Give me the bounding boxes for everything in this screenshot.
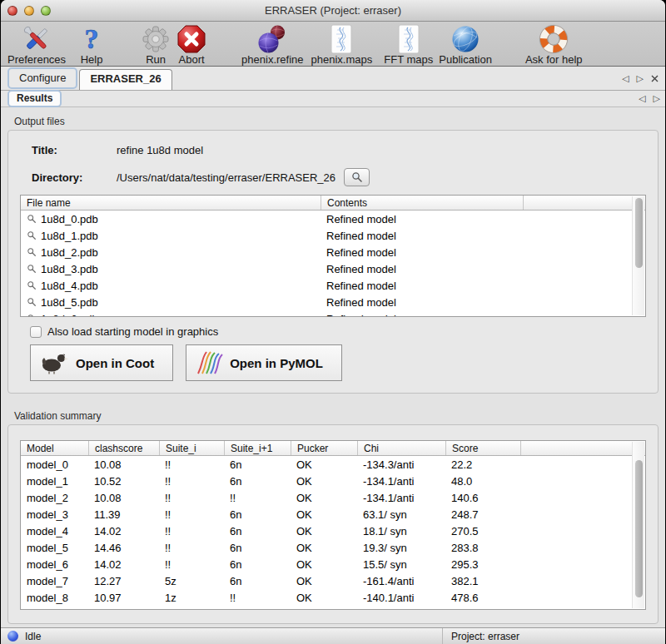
tab-scroll-right-button[interactable]: ▷	[637, 73, 644, 84]
file-name: 1u8d_2.pdb	[41, 246, 98, 259]
tab-scroll-left-button[interactable]: ◁	[622, 73, 629, 84]
publication-button[interactable]: Publication	[439, 23, 492, 65]
preferences-button[interactable]: Preferences	[7, 23, 66, 65]
tools-icon	[22, 23, 52, 54]
model-row[interactable]: model_810.971z!!OK-140.1/anti478.6	[21, 589, 645, 606]
magnifier-icon	[27, 214, 37, 224]
tab-configure[interactable]: Configure	[7, 67, 77, 89]
status-sphere-icon	[7, 631, 18, 642]
cell-chi: 15.5/ syn	[357, 558, 445, 571]
cell-model: model_6	[21, 558, 88, 571]
model-row[interactable]: model_010.08!!6nOK-134.3/anti22.2	[21, 456, 645, 473]
model-row[interactable]: model_514.46!!6nOK19.3/ syn283.8	[21, 539, 645, 556]
globe-icon	[450, 23, 480, 54]
column-header-contents[interactable]: Contents	[321, 196, 523, 210]
model-row[interactable]: model_712.275z6nOK-161.4/anti382.1	[21, 572, 645, 589]
cell-clashscore: 12.27	[88, 575, 159, 587]
tab-erraser-26[interactable]: ERRASER_26	[79, 69, 171, 90]
help-button[interactable]: ? Help	[79, 23, 104, 65]
pymol-ribbon-icon	[195, 350, 223, 375]
browse-directory-button[interactable]	[344, 168, 370, 186]
minimize-window-button[interactable]	[24, 6, 34, 16]
cell-model: model_5	[21, 542, 88, 554]
phenix-maps-button[interactable]: phenix.maps	[311, 23, 373, 65]
cell-score: 22.2	[445, 458, 520, 471]
cell-suite_i: !!	[159, 508, 224, 521]
cell-model: start_min	[21, 608, 88, 611]
toolbar-item-label: Run	[146, 54, 166, 65]
abort-button[interactable]: Abort	[176, 23, 206, 65]
column-header-suite-i[interactable]: Suite_i	[159, 441, 224, 455]
close-window-button[interactable]	[7, 6, 17, 16]
model-row[interactable]: model_311.39!!6nOK63.1/ syn248.7	[21, 506, 645, 523]
refine-spheres-icon	[257, 23, 287, 54]
cell-clashscore: 10.08	[88, 492, 159, 504]
cell-pucker: OK	[291, 475, 357, 488]
file-list-scrollbar[interactable]	[632, 196, 644, 315]
cell-pucker: OK	[291, 525, 357, 537]
cell-score: 0.0	[445, 608, 520, 611]
scrollbar-thumb[interactable]	[635, 460, 643, 597]
cell-suite_i1: !!	[224, 492, 291, 504]
column-header-file-name[interactable]: File name	[21, 196, 321, 210]
tab-results[interactable]: Results	[7, 90, 62, 107]
cell-clashscore: 10.08	[88, 458, 159, 471]
column-header-model[interactable]: Model	[21, 441, 88, 455]
file-contents: Refined model	[321, 280, 523, 292]
svg-text:?: ?	[85, 24, 99, 54]
model-row[interactable]: model_614.02!!6nOK15.5/ syn295.3	[21, 556, 645, 572]
tab-close-button[interactable]	[651, 75, 659, 82]
toolbar-item-label: Publication	[439, 54, 492, 65]
cell-chi: -161.4/anti	[357, 575, 445, 587]
run-button[interactable]: Run	[141, 23, 171, 65]
file-name: 1u8d_3.pdb	[41, 263, 98, 275]
scrollbar-thumb[interactable]	[635, 198, 643, 268]
validation-table-scrollbar[interactable]	[632, 442, 644, 608]
column-header-score[interactable]: Score	[445, 441, 520, 455]
fft-maps-button[interactable]: FFT maps	[384, 23, 433, 65]
cell-score: 295.3	[445, 558, 520, 571]
file-list-header: File name Contents	[21, 196, 645, 211]
file-row[interactable]: 1u8d_1.pdbRefined model	[21, 227, 645, 244]
cell-suite_i: !!	[159, 542, 224, 554]
column-header-clashscore[interactable]: clashscore	[88, 441, 159, 455]
load-starting-model-row: Also load starting model in graphics	[30, 325, 646, 338]
toolbar-item-label: Preferences	[7, 54, 66, 65]
cell-clashscore: 10.08	[88, 608, 159, 611]
cell-pucker: OK	[291, 508, 357, 521]
file-row[interactable]: 1u8d_6.pdbRefined model	[21, 310, 645, 317]
zoom-window-button[interactable]	[41, 6, 51, 16]
model-row[interactable]: start_min10.08!!6nOK-134.3/anti0.0	[21, 606, 645, 610]
open-in-coot-button[interactable]: Open in Coot	[30, 344, 173, 381]
title-bar: ERRASER (Project: erraser)	[1, 0, 665, 22]
column-header-pucker[interactable]: Pucker	[291, 441, 357, 455]
subtab-scroll-left-button[interactable]: ◁	[639, 93, 645, 104]
file-row[interactable]: 1u8d_3.pdbRefined model	[21, 260, 645, 277]
cell-clashscore: 11.39	[88, 508, 159, 521]
model-row[interactable]: model_210.08!!!!OK-134.1/anti140.6	[21, 489, 645, 506]
load-starting-model-checkbox[interactable]	[30, 326, 42, 338]
file-name: 1u8d_0.pdb	[41, 213, 98, 225]
file-name: 1u8d_4.pdb	[41, 280, 98, 292]
open-in-pymol-button[interactable]: Open in PyMOL	[186, 344, 342, 381]
cell-suite_i1: 6n	[224, 475, 291, 488]
cell-suite_i1: 6n	[224, 608, 291, 611]
column-header-chi[interactable]: Chi	[357, 441, 445, 455]
graphics-buttons: Open in Coot Open in PyMOL	[30, 344, 646, 381]
model-row[interactable]: model_414.02!!6nOK18.1/ syn270.5	[21, 523, 645, 539]
cell-chi: -134.3/anti	[357, 458, 445, 471]
subtab-scroll-right-button[interactable]: ▷	[654, 93, 660, 104]
file-row[interactable]: 1u8d_2.pdbRefined model	[21, 244, 645, 260]
file-row[interactable]: 1u8d_0.pdbRefined model	[21, 211, 645, 227]
model-row[interactable]: model_110.52!!6nOK-134.1/anti48.0	[21, 473, 645, 489]
ask-for-help-button[interactable]: Ask for help	[525, 23, 583, 65]
magnifier-icon	[351, 171, 363, 183]
cell-chi: 18.1/ syn	[357, 525, 445, 537]
file-row[interactable]: 1u8d_5.pdbRefined model	[21, 294, 645, 310]
file-row[interactable]: 1u8d_4.pdbRefined model	[21, 277, 645, 294]
open-in-coot-label: Open in Coot	[76, 356, 154, 370]
toolbar-item-label: phenix.maps	[311, 54, 373, 65]
density-map-icon	[326, 23, 356, 54]
column-header-suite-i1[interactable]: Suite_i+1	[224, 441, 291, 455]
phenix-refine-button[interactable]: phenix.refine	[241, 23, 303, 65]
